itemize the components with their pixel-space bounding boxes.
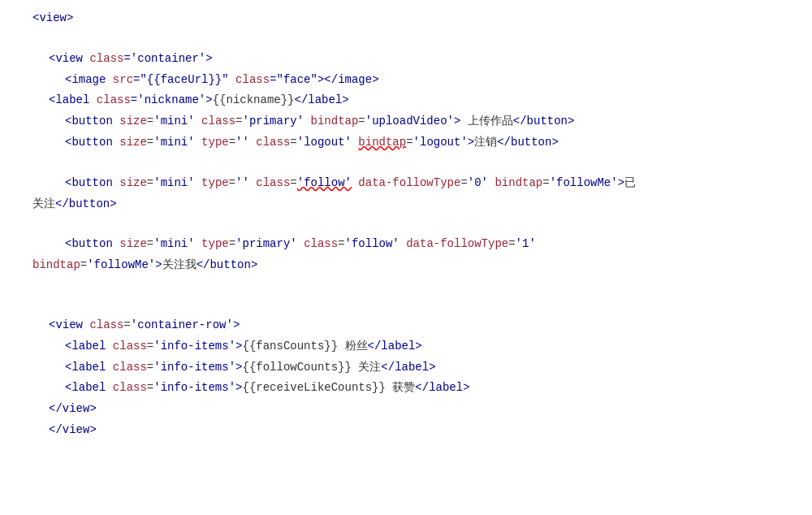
code-line — [32, 214, 812, 234]
code-line: bindtap='followMe'>关注我</button> — [32, 255, 812, 276]
code-line: <button size='mini' type='' class='logou… — [32, 132, 812, 154]
code-line: 关注</button> — [32, 194, 812, 215]
code-editor: <view> <view class='container'> <image s… — [0, 0, 812, 449]
code-line: <label class='info-items'>{{followCounts… — [32, 357, 812, 379]
code-line: <label class='info-items'>{{fansCounts}}… — [32, 336, 812, 357]
code-line — [32, 276, 812, 296]
code-line: <image src="{{faceUrl}}" class="face"></… — [32, 70, 812, 91]
code-line: <button size='mini' type='primary' class… — [32, 234, 812, 255]
code-line — [32, 154, 812, 173]
code-line: </view> — [32, 420, 812, 441]
code-line: <button size='mini' class='primary' bind… — [32, 111, 812, 132]
code-line — [32, 296, 812, 315]
code-line: <view> — [32, 8, 812, 29]
code-line: <label class='info-items'>{{receiveLikeC… — [32, 378, 812, 399]
code-line: <view class='container-row'> — [32, 315, 812, 336]
arrow-svg — [0, 449, 812, 515]
code-line: <view class='container'> — [32, 49, 812, 70]
code-line — [32, 29, 812, 49]
code-line: <button size='mini' type='' class='follo… — [32, 173, 812, 194]
code-line: <label class='nickname'>{{nickname}}</la… — [32, 90, 812, 111]
code-line: </view> — [32, 399, 812, 420]
